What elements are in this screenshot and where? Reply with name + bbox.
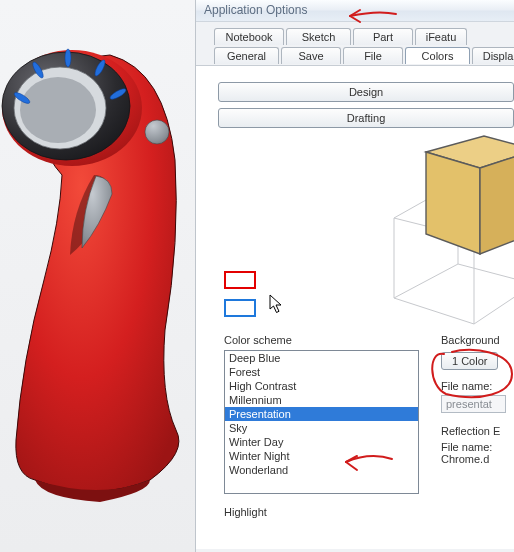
color-scheme-item[interactable]: Winter Day [225, 435, 418, 449]
color-scheme-group: Color scheme Deep BlueForestHigh Contras… [224, 334, 419, 494]
color-scheme-listbox[interactable]: Deep BlueForestHigh ContrastMillenniumPr… [224, 350, 419, 494]
model-svg [0, 0, 195, 552]
background-mode-button[interactable]: 1 Color [441, 352, 498, 370]
color-scheme-item[interactable]: Forest [225, 365, 418, 379]
highlight-label: Highlight [224, 506, 267, 518]
swatches [224, 271, 256, 327]
viewport-3d[interactable] [0, 0, 195, 552]
color-scheme-label: Color scheme [224, 334, 292, 346]
color-scheme-item[interactable]: Millennium [225, 393, 418, 407]
background-label: Background [441, 334, 500, 346]
tab-general[interactable]: General [214, 47, 279, 64]
tab-sketch[interactable]: Sketch [286, 28, 351, 45]
color-scheme-item[interactable]: Winter Night [225, 449, 418, 463]
tab-part[interactable]: Part [353, 28, 413, 45]
tabs-region: Notebook Sketch Part iFeatu General Save… [196, 22, 514, 64]
svg-point-6 [65, 49, 71, 67]
color-scheme-item[interactable]: Wonderland [225, 463, 418, 477]
svg-point-4 [20, 77, 96, 143]
tab-file[interactable]: File [343, 47, 403, 64]
cursor-icon [269, 294, 287, 316]
design-button[interactable]: Design [218, 82, 514, 102]
swatch-red[interactable] [224, 271, 256, 289]
color-scheme-item[interactable]: Presentation [225, 407, 418, 421]
color-scheme-item[interactable]: High Contrast [225, 379, 418, 393]
reflection-file-label: File name: [441, 441, 514, 453]
reflection-file-value: Chrome.d [441, 453, 489, 465]
tab-row-2: General Save File Colors Displa [214, 47, 508, 64]
tab-save[interactable]: Save [281, 47, 341, 64]
background-group: Background 1 Color File name: Reflection… [441, 334, 514, 465]
swatch-blue[interactable] [224, 299, 256, 317]
color-scheme-item[interactable]: Sky [225, 421, 418, 435]
svg-point-0 [145, 120, 169, 144]
reflection-label: Reflection E [441, 425, 514, 437]
dialog-title: Application Options [196, 0, 514, 22]
cube-preview [366, 106, 514, 326]
tab-colors[interactable]: Colors [405, 47, 470, 64]
tab-ifeature[interactable]: iFeatu [415, 28, 467, 45]
tab-notebook[interactable]: Notebook [214, 28, 284, 45]
options-dialog: Application Options Notebook Sketch Part… [195, 0, 514, 552]
color-scheme-item[interactable]: Deep Blue [225, 351, 418, 365]
dialog-body: Design Drafting [196, 65, 514, 549]
background-file-label: File name: [441, 380, 514, 392]
tab-row-1: Notebook Sketch Part iFeatu [214, 28, 508, 45]
background-file-input[interactable] [441, 395, 506, 413]
tab-display[interactable]: Displa [472, 47, 514, 64]
